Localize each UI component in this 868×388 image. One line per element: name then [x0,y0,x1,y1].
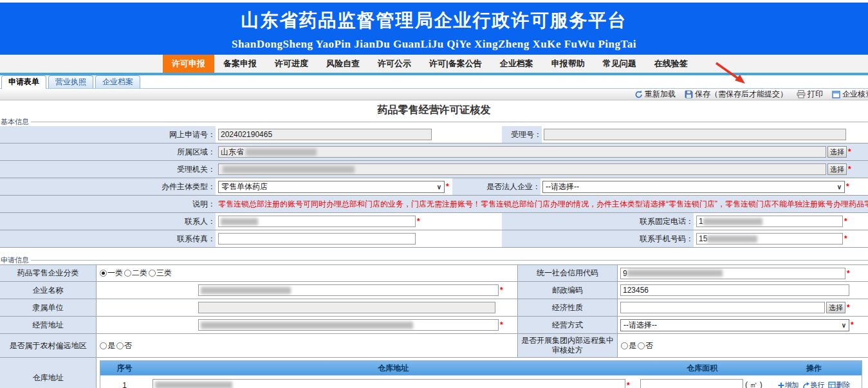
apply-section-legend: 申请信息 [1,255,29,265]
category-option-label: 二类 [132,268,147,279]
economy-label: 经济性质 [518,299,618,316]
region-input[interactable]: 山东省 [218,146,826,158]
nav-item-announcement[interactable]: 许可|备案公告 [420,55,491,73]
nav-item-faq[interactable]: 常见问题 [594,55,645,73]
mobile-input[interactable]: 15 [696,233,843,245]
warehouse-address-required-mark: * [627,381,630,388]
remote-yes-label: 是 [629,340,636,351]
remote-review-label: 是否开展集团内部远程集中 审核处方 [518,334,618,357]
warehouse-wrap-button[interactable]: 换行 [802,380,825,388]
remote-no-label: 否 [645,340,653,351]
credit-code-input[interactable]: 9 [620,268,845,279]
form-title: 药品零售经营许可证核发 [0,100,868,117]
contact-input[interactable] [218,216,416,227]
address-input[interactable] [198,319,499,331]
remote-radio-no[interactable] [638,342,645,349]
warehouse-delete-label: 删除 [836,380,851,388]
postcode-input[interactable]: 123456 [620,284,849,296]
rural-radio-yes[interactable] [100,342,107,349]
nav-item-record-apply[interactable]: 备案申报 [214,55,266,73]
category-option-label: 一类 [107,268,123,279]
warehouse-table: 序号 仓库地址 仓库面积 操作 1 * ( ㎡ ) [100,360,862,388]
basic-section-header: 基本信息 [0,117,868,126]
tab-application-form[interactable]: 申请表单 [1,75,46,89]
save-button[interactable]: 保存（需保存后才能提交） [685,89,788,100]
row-contact: 联系人： * 联系固定电话： 1 * [0,213,868,230]
rural-no-label: 否 [124,340,132,351]
mode-required-mark: * [851,320,854,329]
row-region: 所属区域： 山东省 选择 * [0,143,868,161]
tab-strip: 申请表单 营业执照 企业档案 [0,75,868,89]
print-label: 打印 [808,89,823,100]
warehouse-add-button[interactable]: 增加 [778,380,799,388]
category-label: 药品零售企业分类 [0,265,97,281]
legal-entity-label: 是否法人企业： [452,181,540,192]
phone-input[interactable]: 1 [696,216,843,227]
rural-radio-no[interactable] [116,342,124,349]
warehouse-col-address: 仓库地址 [149,363,638,374]
warehouse-area-input[interactable] [640,379,743,388]
mobile-label: 联系手机号码： [502,234,694,245]
authority-label: 受理机关： [0,164,216,175]
parent-unit-input[interactable] [198,302,495,313]
tab-business-license[interactable]: 营业执照 [48,75,93,88]
nav-item-online-verify[interactable]: 在线验签 [645,55,697,73]
apply-section-header: 申请信息 [0,255,868,264]
legal-entity-select[interactable]: --请选择--∨ [542,181,845,193]
category-radio-class3[interactable] [149,270,156,277]
category-radio-class1[interactable] [100,270,107,277]
postcode-label: 邮政编码 [518,282,618,299]
row-subject-type: 办件主体类型： 零售单体药店∨ * 是否法人企业： --请选择--∨ * [0,178,868,196]
print-button[interactable]: 打印 [797,89,823,100]
warehouse-col-index: 序号 [100,363,149,374]
enterprise-verify-button[interactable]: 企业核查 [832,89,868,100]
mode-label: 经营方式 [518,317,618,333]
nav-item-help[interactable]: 申报帮助 [542,55,594,73]
category-radio-class2[interactable] [124,270,131,277]
row-authority: 受理机关： 选择 * [0,161,868,178]
accept-no-label: 受理号： [502,129,542,140]
save-icon [685,90,693,98]
region-select-button[interactable]: 选择 [827,146,847,158]
mode-value: --请选择-- [623,320,657,331]
region-redacted-value [246,149,317,156]
tab-enterprise-archive[interactable]: 企业档案 [95,75,140,88]
reload-button[interactable]: 重新加载 [634,89,676,100]
legal-entity-required-mark: * [846,182,849,191]
warehouse-address-input[interactable] [152,379,625,388]
nav-item-license-apply[interactable]: 许可申报 [163,55,214,73]
nav-item-risk-check[interactable]: 风险自查 [317,55,369,73]
print-icon [797,90,806,98]
row-address: 经营地址 * 经营方式 --请选择--∨ * [0,317,868,334]
authority-input[interactable] [218,163,826,175]
authority-select-button[interactable]: 选择 [827,163,847,175]
fax-input[interactable] [218,233,416,245]
plus-icon [778,382,784,388]
toolbar: 重新加载 保存（需保存后才能提交） 打印 企业核查 [0,89,868,100]
economy-required-mark: * [847,303,850,312]
warehouse-table-row: 1 * ( ㎡ ) 增加 [100,375,862,388]
nav-item-progress[interactable]: 许可进度 [266,55,317,73]
warehouse-delete-button[interactable]: 删除 [828,380,851,388]
app-no-input[interactable]: 202402190465 [218,129,432,140]
economy-select-button[interactable]: 选择 [826,302,845,313]
subject-type-select[interactable]: 零售单体药店∨ [218,181,445,193]
mode-select[interactable]: --请选择--∨ [620,319,849,331]
authority-required-mark: * [848,165,851,174]
company-input[interactable] [198,284,499,296]
remote-review-label-line1: 是否开展集团内部远程集中 [521,336,614,346]
region-label: 所属区域： [0,147,216,158]
nav-item-publicity[interactable]: 许可公示 [369,55,420,73]
credit-code-label: 统一社会信用代码 [518,265,618,281]
accept-no-input[interactable] [544,129,846,140]
contact-required-mark: * [417,217,420,226]
economy-input[interactable] [620,302,825,313]
nav-item-enterprise-archive[interactable]: 企业档案 [491,55,542,73]
remote-radio-yes[interactable] [621,342,628,349]
main-nav: 许可申报 备案申报 许可进度 风险自查 许可公示 许可|备案公告 企业档案 申报… [0,55,868,73]
warehouse-area-unit: ( ㎡ ) [745,380,762,388]
warehouse-wrap-label: 换行 [811,380,825,388]
row-company: 企业名称 * 邮政编码 123456 [0,282,868,299]
mobile-value-prefix: 15 [699,234,707,243]
warehouse-row-index: 1 [100,381,149,388]
